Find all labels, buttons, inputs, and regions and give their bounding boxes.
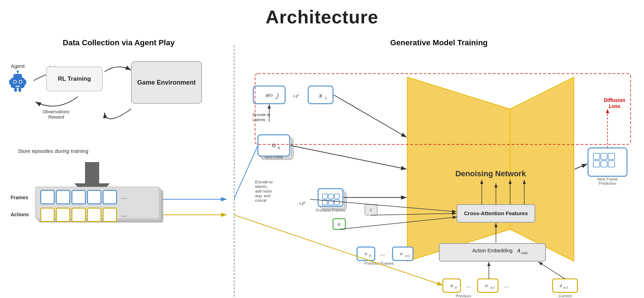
svg-text:Next Frame: Next Frame [597, 177, 617, 181]
svg-rect-129 [608, 161, 615, 167]
svg-rect-127 [593, 161, 600, 167]
svg-text:Diffusion: Diffusion [604, 97, 626, 103]
svg-line-118 [538, 262, 565, 279]
svg-text:+ε: +ε [292, 93, 298, 99]
svg-text:): ) [277, 92, 279, 98]
game-env-box: Game Environment [131, 61, 202, 104]
svg-point-26 [19, 81, 22, 83]
svg-text:Previous Frames: Previous Frames [364, 261, 394, 265]
svg-text:a: a [451, 283, 453, 288]
svg-rect-31 [18, 88, 21, 92]
svg-text:latents,: latents, [255, 184, 267, 189]
svg-text:a: a [560, 283, 562, 288]
robot-icon [7, 70, 28, 93]
svg-rect-28 [9, 80, 11, 85]
svg-text:aug. and: aug. and [255, 194, 271, 198]
svg-text:...: ... [121, 193, 127, 200]
svg-text:n-1: n-1 [405, 254, 410, 258]
svg-rect-124 [593, 153, 600, 160]
svg-text:Previous: Previous [456, 294, 471, 298]
svg-line-60 [234, 145, 258, 199]
svg-text:n: n [278, 145, 280, 150]
frames-label: Frames [11, 195, 28, 200]
svg-text:concat: concat [255, 198, 267, 202]
svg-rect-71 [322, 194, 327, 199]
svg-text:...: ... [121, 210, 127, 218]
svg-text:Current: Current [559, 294, 572, 298]
svg-text:Previous Frames: Previous Frames [316, 208, 345, 212]
svg-text:...: ... [466, 282, 471, 289]
svg-rect-29 [24, 80, 26, 85]
svg-text:Loss: Loss [609, 103, 621, 109]
diagram-container: Data Collection via Agent Play ... [0, 31, 644, 298]
svg-text:...: ... [504, 282, 509, 289]
right-panel: Generative Model Training De [234, 31, 644, 298]
svg-text:α: α [338, 222, 340, 227]
svg-text:add noise: add noise [255, 189, 272, 193]
svg-rect-13 [87, 208, 101, 222]
svg-text:t: t [298, 92, 299, 97]
svg-rect-125 [601, 153, 607, 160]
svg-text:Next Frame: Next Frame [265, 155, 283, 159]
observations-label: ObservationsReward [43, 109, 70, 120]
svg-text:...: ... [380, 250, 385, 257]
right-panel-svg: Denoising Network φ(o n ) +ε t x t Encod… [234, 31, 644, 298]
svg-text:t: t [325, 95, 327, 101]
svg-text:α: α [303, 200, 305, 204]
svg-text:A: A [517, 248, 520, 253]
svg-text:n-1: n-1 [563, 286, 568, 290]
svg-rect-5 [56, 190, 70, 204]
rl-training-box: RL Training [46, 67, 103, 91]
svg-point-33 [17, 70, 19, 73]
agent-label: Agent [11, 63, 24, 69]
svg-text:n-1: n-1 [490, 286, 495, 290]
svg-line-132 [575, 164, 587, 169]
actions-label: Actions [11, 212, 29, 217]
svg-line-59 [290, 145, 407, 169]
svg-text:0: 0 [455, 286, 457, 290]
page-title: Architecture [0, 0, 644, 31]
svg-text:φ(o: φ(o [266, 92, 272, 98]
svg-rect-76 [334, 200, 339, 205]
svg-rect-8 [103, 190, 117, 204]
svg-rect-73 [334, 194, 339, 199]
svg-rect-11 [56, 208, 70, 222]
svg-text:x: x [318, 91, 322, 99]
svg-rect-14 [103, 208, 117, 222]
svg-text:Action Embedding: Action Embedding [472, 248, 513, 253]
svg-rect-126 [608, 153, 615, 160]
svg-rect-22 [13, 74, 22, 79]
svg-text:0: 0 [369, 254, 371, 258]
svg-rect-6 [72, 190, 85, 204]
svg-line-49 [334, 95, 407, 137]
svg-text:Latents: Latents [253, 118, 266, 122]
store-episodes-text: Store episodes during training [18, 148, 88, 154]
denoising-network-label: Denoising Network [455, 169, 526, 178]
svg-rect-27 [16, 86, 20, 87]
left-panel: Data Collection via Agent Play ... [0, 31, 234, 298]
svg-rect-12 [72, 208, 85, 222]
section-divider [234, 45, 235, 298]
svg-rect-72 [328, 194, 333, 199]
svg-text:o: o [272, 141, 276, 149]
svg-rect-7 [87, 190, 101, 204]
svg-text:Cross-Attention Features: Cross-Attention Features [464, 210, 528, 216]
svg-rect-10 [41, 208, 54, 222]
svg-text:a: a [485, 283, 488, 288]
svg-rect-4 [41, 190, 54, 204]
svg-text:Prediction: Prediction [599, 181, 616, 185]
svg-text:o: o [400, 251, 403, 256]
svg-rect-128 [601, 161, 607, 167]
svg-text:Encode to: Encode to [255, 180, 273, 184]
svg-text:emb: emb [521, 251, 528, 255]
agent-area: Agent [7, 63, 28, 93]
svg-text:o: o [365, 251, 367, 256]
svg-point-25 [14, 81, 16, 83]
svg-rect-30 [14, 88, 17, 92]
